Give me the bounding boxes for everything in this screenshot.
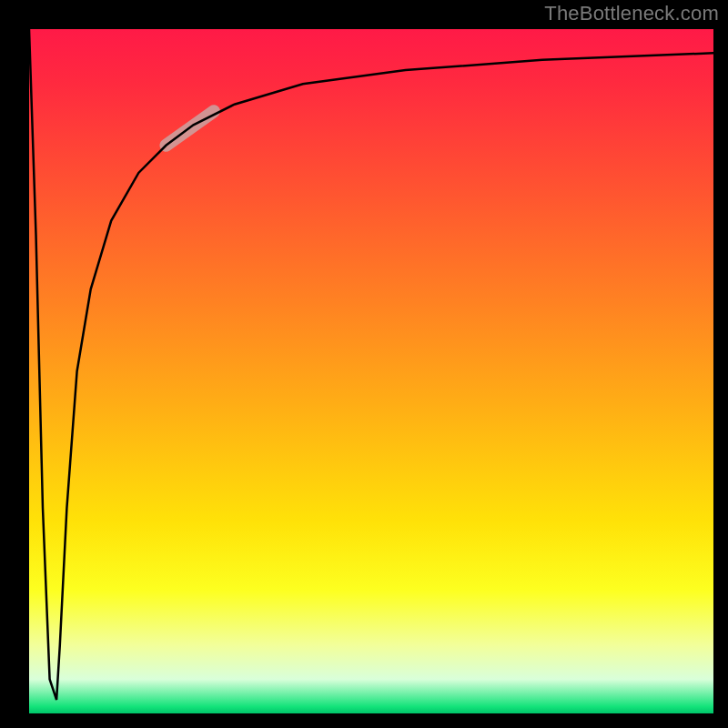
attribution-text: TheBottleneck.com <box>544 2 719 25</box>
plot-area <box>29 29 713 713</box>
curve-layer <box>29 29 713 713</box>
chart-frame: TheBottleneck.com <box>0 0 728 728</box>
bottleneck-curve <box>29 29 713 700</box>
